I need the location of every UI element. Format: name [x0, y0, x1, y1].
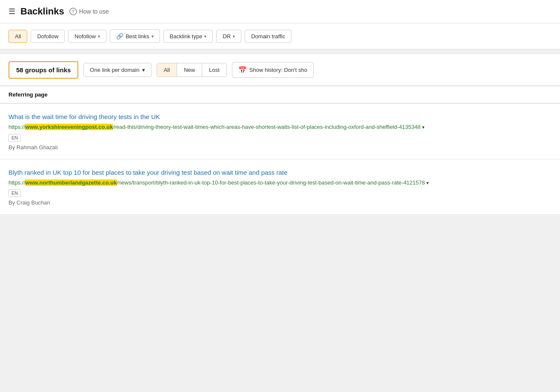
filter-best-links-button[interactable]: 🔗 Best links ▾ [110, 29, 160, 43]
calendar-icon: 📅 [238, 66, 247, 74]
best-links-dropdown-arrow: ▾ [151, 34, 154, 39]
controls-bar: 58 groups of links One link per domain ▾… [0, 54, 560, 86]
filter-backlink-type-button[interactable]: Backlink type ▾ [163, 30, 213, 43]
filter-domain-traffic-button[interactable]: Domain traffic [245, 30, 291, 43]
referring-page-header: Referring page [9, 91, 48, 98]
backlink-type-label: Backlink type [170, 33, 203, 40]
nofollow-label: Nofollow [74, 33, 96, 40]
page-title: Backlinks [20, 6, 64, 17]
result-author: By Rahmah Ghazali [9, 144, 551, 151]
filter-bar: All Dofollow Nofollow ▾ 🔗 Best links ▾ B… [0, 23, 560, 49]
one-link-dropdown-arrow: ▾ [142, 67, 145, 73]
expand-url-arrow[interactable]: ▾ [422, 125, 425, 130]
table-header: Referring page [0, 86, 560, 104]
show-history-button[interactable]: 📅 Show history: Don't sho [232, 62, 314, 78]
groups-badge: 58 groups of links [9, 61, 78, 79]
header: ☰ Backlinks ? How to use [0, 0, 560, 23]
how-to-use-label: How to use [79, 8, 109, 15]
result-url: https://www.yorkshireeveningpost.co.uk/r… [9, 123, 551, 131]
new-lost-filter-group: All New Lost [157, 63, 227, 77]
list-item: Blyth ranked in UK top 10 for best place… [0, 159, 560, 215]
dr-label: DR [223, 33, 231, 40]
filter-all-button[interactable]: All [9, 30, 27, 43]
domain-highlight: www.yorkshireeveningpost.co.uk [25, 124, 113, 130]
result-title-link[interactable]: Blyth ranked in UK top 10 for best place… [9, 168, 551, 177]
language-badge: EN [9, 134, 21, 142]
result-url: https://www.northumberlandgazette.co.uk/… [9, 179, 551, 187]
help-icon: ? [69, 8, 77, 15]
language-badge: EN [9, 189, 21, 197]
filter-dr-button[interactable]: DR ▾ [216, 30, 241, 43]
nofollow-dropdown-arrow: ▾ [98, 34, 100, 39]
domain-traffic-label: Domain traffic [251, 33, 285, 40]
best-links-label: Best links [126, 33, 149, 40]
expand-url-arrow[interactable]: ▾ [426, 180, 429, 185]
dr-dropdown-arrow: ▾ [233, 34, 235, 39]
backlink-type-dropdown-arrow: ▾ [204, 34, 206, 39]
domain-highlight: www.northumberlandgazette.co.uk [25, 179, 117, 186]
filter-nofollow-button[interactable]: Nofollow ▾ [68, 30, 106, 43]
one-link-per-domain-label: One link per domain [90, 67, 139, 73]
result-author: By Craig Buchan [9, 199, 551, 206]
url-suffix: /read-this/driving-theory-test-wait-time… [113, 124, 420, 130]
filter-group-new-button[interactable]: New [177, 63, 202, 77]
filter-dofollow-button[interactable]: Dofollow [31, 30, 65, 43]
show-history-label: Show history: Don't sho [249, 67, 307, 73]
one-link-per-domain-dropdown[interactable]: One link per domain ▾ [83, 63, 151, 77]
filter-group-all-button[interactable]: All [157, 63, 177, 77]
results-list: What is the wait time for driving theory… [0, 104, 560, 215]
filter-group-lost-button[interactable]: Lost [202, 63, 226, 77]
result-title-link[interactable]: What is the wait time for driving theory… [9, 112, 551, 121]
url-suffix: /news/transport/blyth-ranked-in-uk-top-1… [117, 179, 425, 186]
link-icon: 🔗 [116, 33, 123, 40]
list-item: What is the wait time for driving theory… [0, 104, 560, 159]
menu-icon[interactable]: ☰ [9, 7, 15, 16]
how-to-use-link[interactable]: ? How to use [69, 8, 109, 15]
